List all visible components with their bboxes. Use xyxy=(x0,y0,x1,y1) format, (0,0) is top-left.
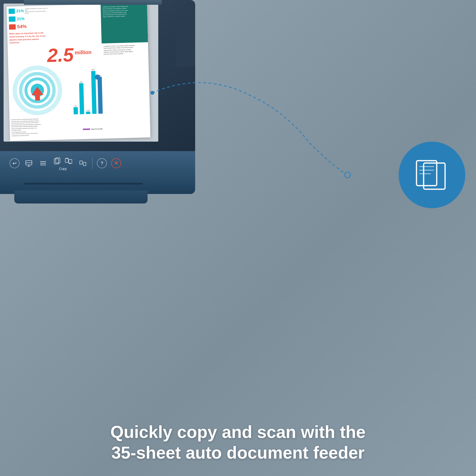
copy-group: Copy xyxy=(52,156,73,171)
printer-control-body: ↩ xyxy=(0,151,195,194)
copy-callout-circle xyxy=(399,142,465,208)
separator xyxy=(92,157,93,169)
paper-output-slot xyxy=(24,183,143,185)
svg-rect-21 xyxy=(416,161,437,186)
scanner-glass: of Media Concentration: Peter Harbison a… xyxy=(3,3,158,142)
svg-rect-17 xyxy=(83,162,86,166)
water-headline: Water plays an important role in the wor… xyxy=(9,31,48,44)
back-icon[interactable]: ↩ xyxy=(10,158,19,168)
back-button[interactable]: ↩ xyxy=(10,158,19,168)
right-column-text: In applied economics, input-output model… xyxy=(102,42,148,57)
scan-button[interactable] xyxy=(24,158,34,168)
bottom-right-text: Ideas for Growth xyxy=(81,114,151,139)
scan-icon[interactable] xyxy=(24,158,34,168)
adf-top-bar xyxy=(24,0,162,5)
copy-pages-icon xyxy=(412,159,452,190)
printer-scanner-lid: of Media Concentration: Peter Harbison a… xyxy=(0,0,195,155)
copy-icon-1[interactable] xyxy=(52,156,62,166)
svg-rect-4 xyxy=(35,95,40,101)
scanner-control-side xyxy=(176,19,195,67)
bottom-headline: Quickly copy and scan with the 35-sheet … xyxy=(0,422,476,463)
menu-button[interactable] xyxy=(38,158,48,168)
document-page: of Media Concentration: Peter Harbison a… xyxy=(7,3,151,141)
headline-line1: Quickly copy and scan with the xyxy=(14,422,462,442)
cancel-icon[interactable]: ✕ xyxy=(111,158,121,168)
copy-icon-2[interactable] xyxy=(64,156,73,166)
copy-label: Copy xyxy=(59,167,67,171)
headline-line2: 35-sheet auto document feeder xyxy=(14,442,462,463)
bar-chart: 9% 42% 2.4% 92% xyxy=(72,52,102,115)
cancel-button[interactable]: ✕ xyxy=(111,158,121,168)
bottom-left-text: Economic theories are frequently tested … xyxy=(10,116,79,141)
svg-rect-16 xyxy=(80,161,82,164)
printer-assembly: of Media Concentration: Peter Harbison a… xyxy=(0,0,202,207)
big-stat-number: 2.5 xyxy=(47,44,74,66)
help-button[interactable]: ? xyxy=(97,158,107,168)
menu-icon[interactable] xyxy=(38,158,48,168)
resize-button[interactable] xyxy=(78,158,88,168)
help-icon[interactable]: ? xyxy=(97,158,107,168)
resize-icon[interactable] xyxy=(78,158,88,168)
paper-input-tray xyxy=(14,190,148,204)
circular-infographic xyxy=(11,64,64,117)
control-panel: ↩ xyxy=(10,156,121,171)
